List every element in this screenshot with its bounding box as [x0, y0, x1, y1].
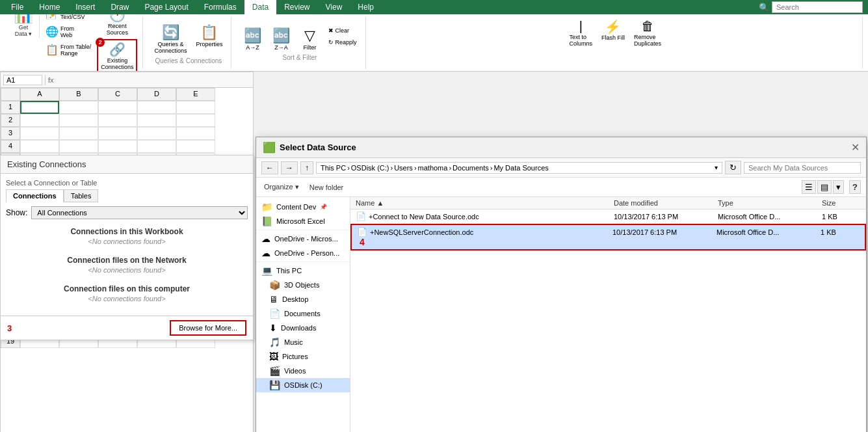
ribbon-search-input[interactable] — [772, 1, 863, 13]
nav-item-documents[interactable]: 📄 Documents — [256, 306, 350, 321]
organize-button[interactable]: Organize ▾ — [261, 182, 302, 193]
ribbon-group-get-data: 📊 GetData ▾ 📝 FromText/CSV 🌐 FromWeb 📋 — [5, 17, 143, 69]
addr-mathoma: mathoma — [418, 164, 448, 172]
view-list-button[interactable]: ☰ — [802, 180, 816, 194]
nav-item-label: Videos — [284, 367, 306, 375]
tab-insert[interactable]: Insert — [68, 0, 103, 14]
cell-4-A[interactable] — [20, 140, 59, 153]
filter-button[interactable]: ▽ Filter — [296, 25, 322, 53]
forward-button[interactable]: → — [281, 161, 298, 174]
cell-1-C[interactable] — [98, 101, 137, 114]
conn-panel-body: Select a Connection or Table Connections… — [1, 174, 253, 316]
queries-connections-button[interactable]: 🔄 Queries &Connections — [151, 22, 190, 56]
flash-fill-button[interactable]: ⚡ Flash Fill — [598, 17, 628, 49]
sort-za-button[interactable]: 🔤 Z→A — [268, 25, 294, 53]
cell-2-B[interactable] — [59, 114, 98, 127]
sort-az-button[interactable]: 🔤 A→Z — [239, 25, 265, 53]
nav-item-label: This PC — [276, 267, 302, 275]
file-name-cell: 📄 +Connect to New Data Source.odc — [356, 211, 614, 221]
col-type[interactable]: Type — [718, 199, 822, 207]
nav-item-content-dev[interactable]: 📁 Content Dev 📌 — [256, 200, 350, 214]
existing-connections-button[interactable]: 2 🔗 ExistingConnections — [97, 39, 137, 72]
cell-3-C[interactable] — [98, 127, 137, 140]
cell-1-D[interactable] — [137, 101, 176, 114]
reapply-button[interactable]: ↻ Reapply — [325, 37, 360, 47]
addr-dropdown-arrow[interactable]: ▾ — [715, 164, 718, 171]
remove-duplicates-button[interactable]: 🗑 RemoveDuplicates — [631, 17, 664, 49]
dialog-close-button[interactable]: ✕ — [851, 141, 860, 154]
cell-3-A[interactable] — [20, 127, 59, 140]
cell-1-B[interactable] — [59, 101, 98, 114]
nav-item-onedrive-ms[interactable]: ☁ OneDrive - Micros... — [256, 232, 350, 246]
from-table-range-button[interactable]: 📋 From Table/Range — [42, 42, 94, 59]
refresh-button[interactable]: ↻ — [725, 161, 741, 174]
nav-item-videos[interactable]: 🎬 Videos — [256, 364, 350, 378]
file-name-text: +NewSQLServerConnection.odc — [370, 228, 473, 236]
view-dropdown-button[interactable]: ▾ — [833, 180, 844, 194]
properties-button[interactable]: 📋 Properties — [192, 22, 226, 56]
help-button[interactable]: ? — [849, 180, 861, 194]
conn-tab-connections[interactable]: Connections — [6, 189, 64, 202]
conn-tab-tables[interactable]: Tables — [64, 189, 99, 202]
tab-review[interactable]: Review — [276, 0, 317, 14]
ribbon-group-more: | Text toColumns ⚡ Flash Fill 🗑 RemoveDu… — [369, 17, 863, 69]
cell-4-B[interactable] — [59, 140, 98, 153]
tab-home[interactable]: Home — [31, 0, 68, 14]
view-details-button[interactable]: ▤ — [817, 180, 832, 194]
conn-show-select[interactable]: All Connections — [31, 206, 248, 219]
nav-item-osdisk[interactable]: 💾 OSDisk (C:) — [256, 378, 350, 392]
cell-3-B[interactable] — [59, 127, 98, 140]
tab-file[interactable]: File — [3, 0, 31, 14]
browse-for-more-button[interactable]: Browse for More... — [170, 320, 246, 336]
nav-desktop-icon: 🖥 — [269, 294, 278, 304]
nav-item-3d-objects[interactable]: 📦 3D Objects — [256, 278, 350, 292]
nav-item-onedrive-personal[interactable]: ☁ OneDrive - Person... — [256, 246, 350, 260]
cell-3-E[interactable] — [176, 127, 215, 140]
dialog-title: 🟩 Select Data Source — [263, 141, 356, 154]
cell-2-A[interactable] — [20, 114, 59, 127]
cell-2-D[interactable] — [137, 114, 176, 127]
clear-button[interactable]: ✖ Clear — [325, 25, 360, 36]
nav-item-music[interactable]: 🎵 Music — [256, 335, 350, 349]
nav-item-this-pc[interactable]: 💻 This PC — [256, 263, 350, 278]
back-button[interactable]: ← — [261, 161, 278, 174]
col-size[interactable]: Size — [822, 199, 861, 207]
cell-4-E[interactable] — [176, 140, 215, 153]
recent-sources-button[interactable]: 1 🕐 RecentSources — [97, 14, 137, 38]
file-row[interactable]: 📄 +Connect to New Data Source.odc 10/13/… — [350, 209, 866, 224]
text-to-columns-button[interactable]: | Text toColumns — [566, 17, 596, 49]
tab-help[interactable]: Help — [350, 0, 382, 14]
cell-reference-input[interactable] — [3, 75, 42, 85]
nav-item-pictures[interactable]: 🖼 Pictures — [256, 349, 350, 364]
tab-page-layout[interactable]: Page Layout — [137, 0, 196, 14]
cell-4-C[interactable] — [98, 140, 137, 153]
up-button[interactable]: ↑ — [300, 161, 313, 174]
new-folder-button[interactable]: New folder — [307, 182, 347, 193]
cell-2-C[interactable] — [98, 114, 137, 127]
from-web-button[interactable]: 🌐 FromWeb — [42, 23, 94, 40]
cell-3-D[interactable] — [137, 127, 176, 140]
file-row[interactable]: 📄 +NewSQLServerConnection.odc 10/13/2017… — [350, 224, 866, 250]
search-data-sources-input[interactable] — [744, 162, 861, 174]
col-name[interactable]: Name ▲ — [356, 199, 614, 207]
addr-my-data-sources: My Data Sources — [493, 164, 548, 172]
get-data-button[interactable]: 📊 GetData ▾ — [10, 14, 36, 72]
nav-item-label: OSDisk (C:) — [284, 381, 322, 389]
nav-item-label: Microsoft Excel — [276, 217, 325, 225]
nav-item-microsoft-excel[interactable]: 📗 Microsoft Excel — [256, 214, 350, 228]
tab-data[interactable]: Data — [244, 0, 276, 14]
file-date-cell: 10/13/2017 6:13 PM — [612, 227, 717, 237]
tab-draw[interactable]: Draw — [103, 0, 137, 14]
tab-formulas[interactable]: Formulas — [196, 0, 244, 14]
nav-item-desktop[interactable]: 🖥 Desktop — [256, 292, 350, 306]
col-date-modified[interactable]: Date modified — [614, 199, 718, 207]
cell-4-D[interactable] — [137, 140, 176, 153]
formula-bar: fx — [1, 72, 253, 88]
from-text-csv-button[interactable]: 📝 FromText/CSV — [42, 14, 94, 22]
cell-1-E[interactable] — [176, 101, 215, 114]
cell-1-A[interactable] — [20, 101, 59, 114]
nav-item-downloads[interactable]: ⬇ Downloads — [256, 321, 350, 335]
address-path: This PC › OSDisk (C:) › Users › mathoma … — [316, 162, 722, 174]
cell-2-E[interactable] — [176, 114, 215, 127]
tab-view[interactable]: View — [318, 0, 350, 14]
